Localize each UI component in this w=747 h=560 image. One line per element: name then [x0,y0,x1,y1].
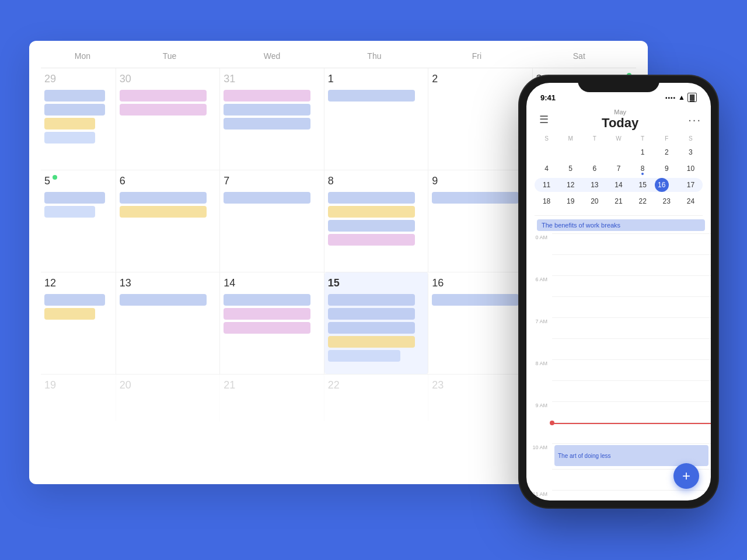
event-block[interactable] [328,220,415,232]
event-block[interactable] [120,90,207,102]
status-icons: ▪▪▪▪ ▲ ▓ [665,93,697,102]
mini-cal-day[interactable]: 12 [558,178,582,192]
mini-cal-day[interactable]: 15 [631,178,655,192]
event-block[interactable] [44,90,105,102]
event-block[interactable] [328,206,415,218]
mini-cal-day[interactable]: 7 [606,162,630,176]
event-block[interactable] [44,132,95,144]
event-block[interactable] [224,322,310,334]
mini-cal-day-header: W [606,135,630,142]
mini-cal-day[interactable]: 21 [606,194,630,208]
mini-cal-day[interactable]: 8 [631,162,655,176]
mini-cal-day[interactable]: 22 [631,194,655,208]
mini-cal-day-header: T [582,135,606,142]
header-month: May [602,108,638,116]
day-number: 2 [432,73,528,85]
mini-cal-day[interactable]: 14 [606,178,630,192]
battery-icon: ▓ [687,93,697,102]
event-block[interactable] [120,206,207,218]
event-block[interactable] [44,294,105,306]
mini-cal-day[interactable]: 17 [679,178,703,192]
event-block[interactable] [328,350,400,362]
day-number: 14 [224,277,320,289]
mini-cal-day[interactable]: 18 [535,194,558,208]
more-options-icon[interactable]: ··· [688,113,701,127]
day-header-sat: Sat [528,51,630,61]
day-number: 9 [432,175,528,187]
day-number: 30 [120,73,216,85]
event-block[interactable] [328,192,415,204]
event-block[interactable] [44,206,95,218]
mini-cal-day[interactable]: 3 [679,145,703,159]
mini-cal-row: 11 12 13 14 15 16 17 [535,178,703,192]
event-block[interactable] [44,104,105,116]
mini-cal-day[interactable]: 10 [679,162,703,176]
day-number: 15 [328,277,424,289]
time-label [526,469,552,470]
menu-icon[interactable]: ☰ [536,111,552,128]
day-number: 8 [328,175,424,187]
all-day-event[interactable]: The benefits of work breaks [537,219,705,231]
event-block[interactable] [224,192,310,204]
event-block[interactable] [120,294,207,306]
event-block[interactable] [432,192,519,204]
mini-cal-day-today[interactable]: 16 [655,178,669,192]
event-block[interactable] [328,308,415,320]
timeline-row-empty2 [526,296,711,317]
time-label: 9 AM [526,401,552,408]
mini-cal-day[interactable]: 4 [535,162,558,176]
event-block[interactable] [120,192,207,204]
event-block[interactable] [328,234,415,246]
mini-cal-day[interactable] [582,145,606,159]
time-label: 6 AM [526,275,552,282]
mini-cal-day[interactable]: 6 [582,162,606,176]
day-number: 6 [120,175,216,187]
mini-cal-day[interactable]: 2 [655,145,679,159]
event-block[interactable] [328,90,415,102]
event-block[interactable] [328,336,415,348]
cal-day-14: 14 [220,272,324,374]
mini-cal-day[interactable]: 9 [655,162,679,176]
mini-cal-day[interactable] [535,145,558,159]
mini-cal-day[interactable] [558,145,582,159]
cal-day-23: 23 [428,374,532,421]
event-block[interactable] [44,118,95,130]
event-block[interactable] [432,294,519,306]
divider [535,215,703,216]
mini-cal-day[interactable]: 20 [582,194,606,208]
timeline-row-6am: 6 AM [526,275,711,296]
mini-cal-day[interactable]: 24 [679,194,703,208]
mini-cal-day[interactable]: 13 [582,178,606,192]
timeline-area [552,490,711,501]
time-label [526,338,552,340]
day-header-wed: Wed [221,51,323,61]
event-block[interactable] [328,294,415,306]
event-block[interactable] [44,192,105,204]
mini-cal-day[interactable]: 11 [535,178,558,192]
mini-cal-day[interactable]: 5 [558,162,582,176]
event-block[interactable] [44,308,95,320]
cal-day-2: 2 [428,68,532,170]
time-label [526,296,552,298]
timeline-content: 0 AM 6 AM [526,233,711,501]
mini-cal-day[interactable]: 19 [558,194,582,208]
event-block[interactable] [224,104,310,116]
day-number: 19 [44,379,112,391]
event-block[interactable] [224,118,310,130]
time-label [526,422,552,424]
timeline-area [552,359,711,380]
time-label: 11 AM [526,490,552,497]
mini-cal-row: 1 2 3 [535,145,703,159]
event-block[interactable] [224,90,310,102]
event-block[interactable] [224,294,310,306]
event-block[interactable] [120,104,207,116]
mini-cal-day[interactable]: 23 [655,194,679,208]
event-block[interactable] [224,308,310,320]
time-label [526,254,552,256]
cal-day-1: 1 [324,68,428,170]
add-event-fab[interactable]: + [673,463,699,489]
mini-cal-day[interactable] [606,145,630,159]
event-block[interactable] [328,322,415,334]
mini-cal-day[interactable]: 1 [631,145,655,159]
timeline-row-7am: 7 AM [526,317,711,338]
